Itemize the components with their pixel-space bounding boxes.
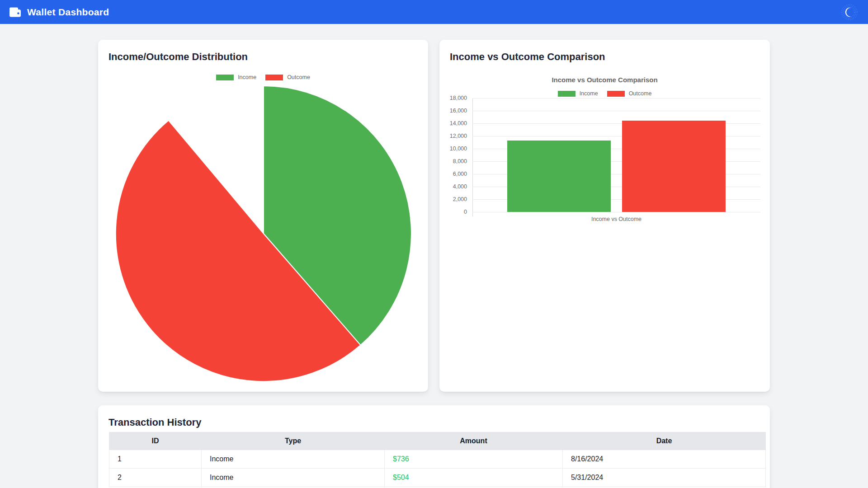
- moon-icon: [840, 3, 859, 22]
- cell-amount: $736: [385, 450, 563, 469]
- transactions-title: Transaction History: [108, 417, 201, 428]
- y-tick-label: 18,000: [450, 95, 467, 101]
- bar-outcome[interactable]: [622, 121, 726, 212]
- bar-card-title: Income vs Outcome Comparison: [450, 51, 605, 63]
- transactions-card: Transaction History IDTypeAmountDate 1In…: [98, 405, 770, 488]
- theme-toggle-button[interactable]: [839, 2, 860, 23]
- cell-id: 2: [109, 469, 202, 487]
- y-tick-label: 14,000: [450, 120, 467, 127]
- y-tick-label: 8,000: [453, 158, 467, 164]
- app-header: Wallet Dashboard: [0, 0, 868, 24]
- table-row: 2Income$5045/31/2024: [109, 469, 766, 487]
- column-header-amount: Amount: [385, 432, 563, 450]
- y-axis-line: [472, 98, 473, 216]
- column-header-id: ID: [109, 432, 202, 450]
- cell-date: 5/31/2024: [563, 469, 766, 487]
- gridline: [472, 212, 760, 212]
- pie-chart-card: Income/Outcome Distribution IncomeOutcom…: [98, 40, 428, 392]
- y-tick-label: 0: [464, 209, 467, 215]
- x-axis-label: Income vs Outcome: [472, 216, 760, 222]
- legend-swatch: [607, 91, 625, 97]
- wallet-icon: [9, 7, 22, 18]
- y-tick-label: 16,000: [450, 108, 467, 114]
- pie-chart[interactable]: [98, 40, 428, 392]
- brand: Wallet Dashboard: [9, 7, 109, 18]
- cell-amount: $504: [385, 469, 563, 487]
- transactions-table: IDTypeAmountDate 1Income$7368/16/20242In…: [109, 432, 766, 487]
- legend-item-income[interactable]: Income: [558, 90, 598, 97]
- table-header-row: IDTypeAmountDate: [109, 432, 766, 450]
- legend-label: Outcome: [629, 90, 652, 97]
- y-tick-label: 12,000: [450, 133, 467, 139]
- column-header-type: Type: [202, 432, 385, 450]
- cell-id: 1: [109, 450, 202, 469]
- app-title: Wallet Dashboard: [27, 7, 109, 18]
- bar-chart-card: Income vs Outcome Comparison Income vs O…: [439, 40, 770, 392]
- y-tick-label: 6,000: [453, 171, 467, 177]
- legend-swatch: [558, 91, 576, 97]
- table-row: 1Income$7368/16/2024: [109, 450, 766, 469]
- bar-income[interactable]: [507, 141, 611, 212]
- cell-type: Income: [202, 469, 385, 487]
- bar-chart[interactable]: Income vs Outcome 02,0004,0006,0008,0001…: [472, 98, 760, 212]
- bar-chart-title: Income vs Outcome Comparison: [439, 76, 770, 84]
- cell-type: Income: [202, 450, 385, 469]
- cell-date: 8/16/2024: [563, 450, 766, 469]
- y-tick-label: 4,000: [453, 183, 467, 190]
- column-header-date: Date: [563, 432, 766, 450]
- y-tick-label: 2,000: [453, 196, 467, 202]
- gridline: [472, 111, 760, 111]
- bar-legend: IncomeOutcome: [439, 90, 770, 97]
- y-tick-label: 10,000: [450, 145, 467, 152]
- gridline: [472, 98, 760, 99]
- legend-label: Income: [580, 90, 598, 97]
- legend-item-outcome[interactable]: Outcome: [607, 90, 652, 97]
